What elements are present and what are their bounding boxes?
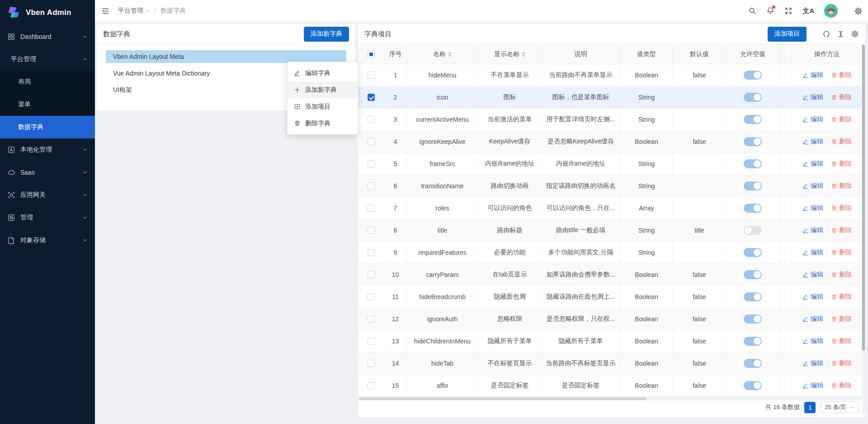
- notification-bell-icon[interactable]: [766, 7, 774, 15]
- column-header-select-all[interactable]: [358, 44, 384, 64]
- allow-empty-toggle[interactable]: [744, 314, 762, 324]
- allow-empty-toggle[interactable]: [744, 381, 762, 390]
- column-header-name[interactable]: 名称: [407, 44, 478, 64]
- edit-button[interactable]: 编辑: [802, 271, 823, 279]
- app-logo[interactable]: Vben Admin: [0, 0, 95, 25]
- sidebar-item-saas[interactable]: Saas: [0, 161, 95, 184]
- row-checkbox[interactable]: [368, 382, 375, 389]
- delete-button[interactable]: 删除: [831, 160, 852, 168]
- edit-button[interactable]: 编辑: [802, 71, 823, 79]
- row-checkbox[interactable]: [368, 182, 375, 190]
- allow-empty-toggle[interactable]: [744, 292, 762, 301]
- vertical-scrollbar-thumb[interactable]: [862, 45, 865, 351]
- edit-button[interactable]: 编辑: [802, 226, 823, 234]
- fullscreen-icon[interactable]: [784, 7, 793, 15]
- row-checkbox[interactable]: [368, 205, 375, 212]
- settings-gear-icon[interactable]: [854, 7, 863, 15]
- delete-button[interactable]: 删除: [831, 315, 852, 323]
- edit-button[interactable]: 编辑: [802, 93, 823, 101]
- edit-button[interactable]: 编辑: [802, 204, 823, 212]
- delete-button[interactable]: 删除: [831, 71, 852, 79]
- row-checkbox[interactable]: [368, 315, 375, 323]
- allow-empty-toggle[interactable]: [744, 115, 762, 124]
- row-checkbox[interactable]: [368, 94, 375, 101]
- delete-button[interactable]: 删除: [831, 381, 852, 390]
- delete-button[interactable]: 删除: [831, 93, 852, 101]
- horizontal-scrollbar-thumb[interactable]: [359, 397, 646, 400]
- row-checkbox[interactable]: [368, 71, 375, 79]
- add-dictionary-button[interactable]: 添加新字典: [304, 27, 349, 42]
- edit-button[interactable]: 编辑: [802, 381, 823, 390]
- column-header-display-name[interactable]: 显示名称: [478, 44, 542, 64]
- edit-button[interactable]: 编辑: [802, 160, 823, 168]
- row-height-icon[interactable]: [837, 30, 844, 38]
- allow-empty-toggle[interactable]: [744, 270, 762, 279]
- delete-button[interactable]: 删除: [831, 293, 852, 301]
- row-checkbox[interactable]: [368, 227, 375, 234]
- table-settings-gear-icon[interactable]: [851, 30, 859, 38]
- sidebar-item-dashboard[interactable]: Dashboard: [0, 25, 95, 48]
- search-icon[interactable]: [748, 7, 756, 15]
- refresh-icon[interactable]: [822, 30, 830, 38]
- context-menu-item-3[interactable]: 添加项目: [288, 98, 358, 115]
- row-checkbox[interactable]: [368, 338, 375, 345]
- page-size-select[interactable]: 25 条/页: [820, 401, 859, 413]
- row-checkbox[interactable]: [368, 160, 375, 167]
- sort-icon[interactable]: [448, 52, 452, 57]
- edit-button[interactable]: 编辑: [802, 138, 823, 146]
- edit-button[interactable]: 编辑: [802, 248, 823, 257]
- allow-empty-toggle[interactable]: [744, 181, 762, 191]
- row-checkbox[interactable]: [368, 293, 375, 300]
- delete-button[interactable]: 删除: [831, 115, 852, 124]
- row-checkbox[interactable]: [368, 271, 375, 278]
- sidebar-item-admin[interactable]: 管理: [0, 206, 95, 229]
- context-menu-item-4[interactable]: 删除字典: [288, 115, 358, 132]
- sidebar-item-object-storage[interactable]: 对象存储: [0, 229, 95, 252]
- menu-fold-icon[interactable]: [101, 7, 110, 15]
- context-menu-item-2[interactable]: 添加新字典: [288, 81, 358, 98]
- allow-empty-toggle[interactable]: [744, 359, 762, 368]
- breadcrumb-platform[interactable]: 平台管理: [118, 7, 150, 15]
- dictionary-list-item[interactable]: Vben Admin Layout Meta: [106, 50, 346, 63]
- row-checkbox[interactable]: [368, 116, 375, 123]
- delete-button[interactable]: 删除: [831, 182, 852, 190]
- delete-button[interactable]: 删除: [831, 204, 852, 212]
- edit-button[interactable]: 编辑: [802, 315, 823, 323]
- context-menu-item-1[interactable]: 编辑字典: [288, 65, 358, 81]
- allow-empty-toggle[interactable]: [744, 71, 762, 80]
- allow-empty-toggle[interactable]: [744, 137, 762, 146]
- sidebar-item-localization[interactable]: 本地化管理: [0, 138, 95, 161]
- cell-name: affix: [407, 375, 478, 396]
- allow-empty-toggle[interactable]: [744, 337, 762, 346]
- delete-button[interactable]: 删除: [831, 226, 852, 234]
- allow-empty-toggle[interactable]: [744, 93, 762, 102]
- select-all-checkbox[interactable]: [368, 51, 375, 58]
- sidebar-item-menu[interactable]: 菜单: [0, 93, 95, 116]
- row-checkbox[interactable]: [368, 249, 375, 256]
- row-checkbox[interactable]: [368, 138, 375, 145]
- edit-button[interactable]: 编辑: [802, 115, 823, 124]
- edit-button[interactable]: 编辑: [802, 337, 823, 345]
- delete-button[interactable]: 删除: [831, 138, 852, 146]
- sort-icon[interactable]: [522, 52, 525, 57]
- allow-empty-toggle[interactable]: [744, 248, 762, 257]
- sidebar-item-data-dictionary[interactable]: 数据字典: [0, 116, 95, 138]
- user-avatar[interactable]: [824, 4, 838, 18]
- row-checkbox[interactable]: [368, 360, 375, 367]
- delete-button[interactable]: 删除: [831, 248, 852, 257]
- sidebar-item-app-gateway[interactable]: 应用网关: [0, 184, 95, 206]
- sidebar-item-platform[interactable]: 平台管理: [0, 48, 95, 71]
- edit-button[interactable]: 编辑: [802, 293, 823, 301]
- allow-empty-toggle[interactable]: [744, 159, 762, 168]
- delete-button[interactable]: 删除: [831, 337, 852, 345]
- locale-switch-icon[interactable]: 文A: [802, 7, 814, 15]
- pagination-page-1[interactable]: 1: [804, 402, 816, 413]
- edit-button[interactable]: 编辑: [802, 182, 823, 190]
- sidebar-item-layout[interactable]: 布局: [0, 71, 95, 93]
- edit-button[interactable]: 编辑: [802, 359, 823, 367]
- allow-empty-toggle[interactable]: [744, 226, 762, 235]
- add-item-button[interactable]: 添加项目: [768, 27, 807, 42]
- allow-empty-toggle[interactable]: [744, 204, 762, 213]
- delete-button[interactable]: 删除: [831, 359, 852, 367]
- delete-button[interactable]: 删除: [831, 271, 852, 279]
